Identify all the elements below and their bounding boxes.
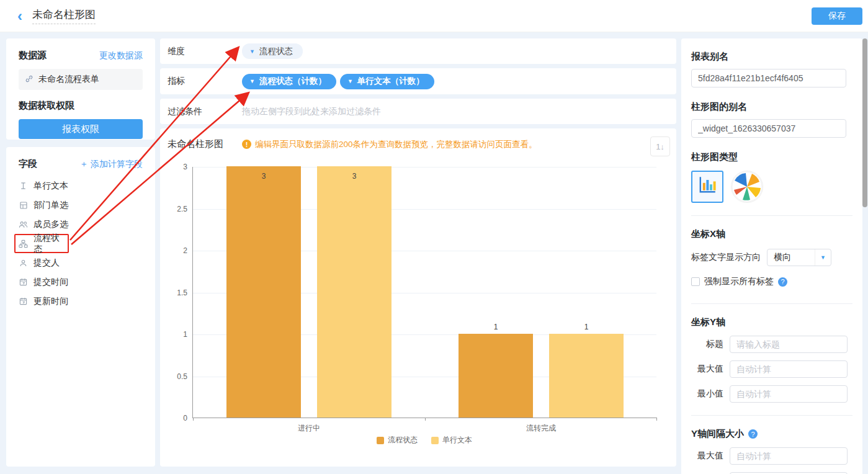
datasource-title: 数据源 bbox=[19, 50, 47, 61]
calendar-icon bbox=[19, 277, 28, 287]
field-item-部门单选[interactable]: 部门单选 bbox=[19, 195, 143, 215]
metrics-label: 指标 bbox=[168, 76, 242, 87]
metrics-row: 指标 ▼流程状态（计数）▼单行文本（计数） bbox=[160, 68, 676, 94]
field-item-提交人[interactable]: 提交人 bbox=[19, 253, 143, 272]
legend-swatch bbox=[377, 437, 384, 444]
y-title-label: 标题 bbox=[691, 339, 730, 350]
bar-value-label: 1 bbox=[459, 323, 533, 331]
fields-title: 字段 bbox=[19, 158, 37, 170]
x-axis-tick bbox=[193, 418, 194, 421]
scrollbar-thumb[interactable] bbox=[862, 38, 867, 207]
field-label: 成员多选 bbox=[34, 219, 68, 230]
field-item-流程状态[interactable]: 流程状态 bbox=[14, 234, 69, 253]
field-item-成员多选[interactable]: 成员多选 bbox=[19, 215, 143, 234]
chart-type-label: 柱形图类型 bbox=[691, 151, 852, 163]
dimension-tag-label: 流程状态 bbox=[259, 46, 293, 57]
field-item-更新时间[interactable]: 更新时间 bbox=[19, 292, 143, 311]
save-button[interactable]: 保存 bbox=[812, 7, 862, 25]
metric-tag[interactable]: ▼流程状态（计数） bbox=[242, 74, 336, 89]
metric-tag-label: 单行文本（计数） bbox=[357, 76, 424, 87]
chart-card: 未命名柱形图 ! 编辑界面只取数据源前200条作为查询数据预览，完整数据请访问页… bbox=[160, 128, 676, 467]
bar-value-label: 1 bbox=[549, 323, 624, 331]
field-item-提交时间[interactable]: 提交时间 bbox=[19, 272, 143, 292]
field-label: 部门单选 bbox=[34, 200, 68, 211]
datasource-item[interactable]: 未命名流程表单 bbox=[19, 69, 143, 90]
y-min-label: 最小值 bbox=[691, 388, 730, 400]
y-max-input[interactable] bbox=[730, 360, 848, 378]
dimension-tag[interactable]: ▼流程状态 bbox=[242, 43, 303, 59]
bar-流程状态-流转完成[interactable]: 1 bbox=[459, 334, 533, 418]
report-alias-input[interactable] bbox=[691, 69, 846, 87]
y-title-input[interactable] bbox=[730, 336, 848, 353]
fields-card: 字段 ＋ 添加计算字段 单行文本部门单选成员多选流程状态提交人提交时间更新时间 bbox=[6, 147, 155, 467]
permission-title: 数据获取权限 bbox=[19, 100, 143, 112]
change-datasource-link[interactable]: 更改数据源 bbox=[99, 50, 143, 61]
force-show-labels-checkbox[interactable] bbox=[691, 277, 700, 286]
label-direction-dropdown[interactable]: 横向 ▼ bbox=[767, 249, 831, 266]
pie-chart-type-icon[interactable] bbox=[731, 171, 763, 203]
page-title[interactable]: 未命名柱形图 bbox=[32, 7, 96, 24]
report-permission-button[interactable]: 报表权限 bbox=[19, 119, 143, 139]
y-min-input[interactable] bbox=[730, 385, 848, 403]
metric-tag-label: 流程状态（计数） bbox=[259, 76, 326, 87]
dimension-tags: ▼流程状态 bbox=[242, 43, 303, 59]
legend-swatch bbox=[431, 437, 439, 444]
field-item-单行文本[interactable]: 单行文本 bbox=[19, 176, 143, 195]
legend-item-单行文本[interactable]: 单行文本 bbox=[431, 435, 472, 445]
bar-chart-plot: 00.511.522.5333进行中11流转完成 bbox=[192, 167, 656, 418]
bar bbox=[549, 334, 624, 418]
department-icon bbox=[19, 200, 28, 210]
bar-chart-type-icon[interactable] bbox=[691, 171, 723, 203]
filter-row[interactable]: 过滤条件 拖动左侧字段到此处来添加过滤条件 bbox=[160, 99, 676, 124]
legend-label: 单行文本 bbox=[442, 435, 472, 445]
x-axis-category-label: 进行中 bbox=[193, 423, 425, 434]
x-axis-category-label: 流转完成 bbox=[425, 423, 657, 434]
filter-label: 过滤条件 bbox=[168, 106, 242, 117]
bar-单行文本-进行中[interactable]: 3 bbox=[317, 166, 391, 418]
report-alias-label: 报表别名 bbox=[691, 51, 852, 63]
back-icon[interactable]: ‹ bbox=[17, 9, 22, 24]
bar-value-label: 3 bbox=[226, 172, 301, 181]
label-direction-label: 标签文字显示方向 bbox=[691, 252, 761, 263]
metric-tag[interactable]: ▼单行文本（计数） bbox=[340, 74, 434, 89]
person-icon bbox=[19, 258, 28, 267]
widget-alias-label: 柱形图的别名 bbox=[691, 101, 852, 113]
filter-placeholder: 拖动左侧字段到此处来添加过滤条件 bbox=[242, 106, 381, 117]
members-icon bbox=[19, 220, 28, 229]
field-label: 单行文本 bbox=[34, 181, 68, 192]
bar bbox=[317, 166, 391, 418]
datasource-name: 未命名流程表单 bbox=[38, 74, 99, 85]
sort-button[interactable]: 1↓ bbox=[650, 136, 670, 156]
chart-legend: 流程状态单行文本 bbox=[192, 435, 656, 445]
chevron-down-icon: ▼ bbox=[249, 48, 255, 55]
settings-panel: 报表别名 柱形图的别名 柱形图类型 坐标X轴 bbox=[681, 38, 862, 474]
help-icon[interactable]: ? bbox=[748, 429, 758, 439]
dimension-label: 维度 bbox=[168, 46, 242, 57]
y-axis-tick-label: 1.5 bbox=[163, 288, 187, 297]
y-axis-tick-label: 2.5 bbox=[163, 205, 187, 213]
warning-icon: ! bbox=[242, 140, 251, 149]
widget-alias-input[interactable] bbox=[691, 119, 846, 138]
field-label: 更新时间 bbox=[34, 296, 68, 307]
field-label: 流程状态 bbox=[34, 233, 68, 255]
plus-icon: ＋ bbox=[79, 159, 91, 169]
bar-单行文本-流转完成[interactable]: 1 bbox=[549, 334, 624, 418]
add-calc-field-link[interactable]: ＋ 添加计算字段 bbox=[79, 159, 143, 170]
y-axis-tick-label: 3 bbox=[163, 163, 187, 171]
flow-status-icon bbox=[19, 239, 28, 248]
bar-流程状态-进行中[interactable]: 3 bbox=[226, 166, 301, 418]
metric-tags: ▼流程状态（计数）▼单行文本（计数） bbox=[242, 74, 434, 89]
y-axis-tick-label: 0.5 bbox=[163, 372, 187, 381]
fields-list: 单行文本部门单选成员多选流程状态提交人提交时间更新时间 bbox=[19, 176, 143, 311]
chevron-down-icon: ▼ bbox=[347, 78, 353, 84]
preview-warning: ! 编辑界面只取数据源前200条作为查询数据预览，完整数据请访问页面查看。 bbox=[242, 139, 537, 150]
text-icon bbox=[19, 181, 28, 190]
bar-value-label: 3 bbox=[317, 172, 391, 181]
field-label: 提交时间 bbox=[34, 277, 68, 288]
category-group: 11 bbox=[425, 167, 657, 418]
help-icon[interactable]: ? bbox=[778, 277, 787, 287]
y-axis-tick-label: 0 bbox=[163, 414, 187, 423]
legend-item-流程状态[interactable]: 流程状态 bbox=[377, 435, 418, 445]
top-header: ‹ 未命名柱形图 保存 bbox=[0, 0, 868, 32]
interval-max-input[interactable] bbox=[730, 447, 848, 465]
